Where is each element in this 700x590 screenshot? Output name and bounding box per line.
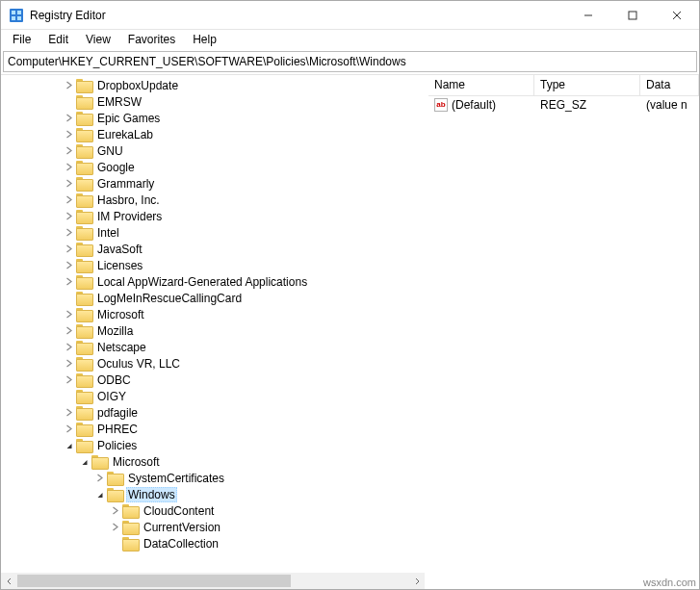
chevron-right-icon[interactable] [63,194,74,206]
tree-item[interactable]: ODBC [1,372,425,388]
tree-hscrollbar[interactable] [1,573,425,589]
scroll-thumb[interactable] [17,575,291,587]
scroll-right-icon[interactable] [408,573,425,589]
menu-help[interactable]: Help [185,32,224,47]
chevron-right-icon[interactable] [63,407,74,419]
tree-item[interactable]: Hasbro, Inc. [1,192,425,208]
tree-item[interactable]: Epic Games [1,110,425,126]
tree-item[interactable]: Netscape [1,339,425,355]
chevron-right-icon[interactable] [63,178,74,190]
folder-icon [76,79,91,91]
chevron-down-icon[interactable] [93,489,105,500]
tree-item[interactable]: OIGY [1,388,425,404]
tree-label: SystemCertificates [126,472,226,485]
scroll-left-icon[interactable] [1,573,17,589]
chevron-right-icon[interactable] [63,260,74,271]
folder-icon [76,308,91,321]
address-bar[interactable]: Computer\HKEY_CURRENT_USER\SOFTWARE\Poli… [3,51,697,72]
maximize-button[interactable] [610,1,655,30]
chevron-right-icon[interactable] [63,309,74,321]
col-name[interactable]: Name [428,75,534,95]
tree-item[interactable]: Mozilla [1,322,425,339]
list-row[interactable]: ab(Default)REG_SZ(value n [428,96,699,114]
chevron-right-icon[interactable] [63,145,74,157]
chevron-right-icon[interactable] [109,522,120,533]
tree-item[interactable]: Grammarly [1,175,425,192]
col-data[interactable]: Data [640,75,699,95]
minimize-button[interactable] [566,1,610,30]
chevron-right-icon[interactable] [63,423,74,435]
folder-icon [76,341,91,353]
menu-file[interactable]: File [5,32,39,47]
tree-item[interactable]: Oculus VR, LLC [1,355,425,372]
tree-item[interactable]: JavaSoft [1,241,425,257]
chevron-right-icon[interactable] [63,129,74,141]
tree-item[interactable]: LogMeInRescueCallingCard [1,290,425,306]
tree-item[interactable]: pdfagile [1,404,425,421]
tree-label: Oculus VR, LLC [95,357,182,371]
tree-item[interactable]: PHREC [1,421,425,437]
chevron-right-icon[interactable] [63,244,74,255]
chevron-right-icon[interactable] [63,325,74,337]
tree-item[interactable]: Windows [1,486,425,502]
folder-icon [76,144,91,157]
list-header: Name Type Data [428,75,699,96]
value-name: (Default) [452,98,496,112]
chevron-right-icon[interactable] [93,473,105,484]
tree-item[interactable]: Intel [1,224,425,241]
menubar: File Edit View Favorites Help [1,30,699,49]
tree-item[interactable]: EMRSW [1,93,425,110]
registry-tree[interactable]: DropboxUpdateEMRSWEpic GamesEurekaLabGNU… [1,75,425,552]
tree-label: PHREC [95,423,140,436]
regedit-icon [9,8,24,23]
tree-item[interactable]: EurekaLab [1,126,425,142]
col-type[interactable]: Type [534,75,640,95]
tree-label: EurekaLab [95,128,155,141]
chevron-right-icon[interactable] [63,276,74,288]
folder-icon [76,95,91,108]
chevron-down-icon[interactable] [63,440,74,451]
menu-favorites[interactable]: Favorites [120,32,183,47]
tree-label: OIGY [95,390,128,403]
chevron-right-icon[interactable] [63,342,74,353]
chevron-down-icon[interactable] [78,456,90,468]
chevron-right-icon[interactable] [109,505,120,517]
menu-edit[interactable]: Edit [40,32,76,47]
chevron-right-icon[interactable] [63,80,74,91]
folder-icon [122,537,138,550]
menu-view[interactable]: View [78,32,118,47]
titlebar[interactable]: Registry Editor [1,1,699,30]
tree-item[interactable]: IM Providers [1,208,425,224]
tree-item[interactable]: Google [1,159,425,175]
tree-item[interactable]: SystemCertificates [1,470,425,486]
chevron-right-icon[interactable] [63,227,74,239]
tree-item[interactable]: Licenses [1,257,425,273]
folder-icon [76,439,91,451]
close-button[interactable] [655,1,699,30]
tree-item[interactable]: CloudContent [1,502,425,519]
tree-label: Intel [95,226,121,240]
tree-label: Policies [95,439,139,452]
tree-item[interactable]: DropboxUpdate [1,77,425,93]
folder-icon [76,259,91,271]
tree-item[interactable]: Microsoft [1,306,425,322]
chevron-right-icon[interactable] [63,162,74,173]
folder-icon [91,455,107,468]
svg-rect-1 [12,11,15,14]
chevron-right-icon[interactable] [63,211,74,222]
tree-item[interactable]: GNU [1,142,425,159]
chevron-right-icon[interactable] [63,358,74,370]
tree-item[interactable]: CurrentVersion [1,519,425,535]
list-body[interactable]: ab(Default)REG_SZ(value n [428,96,699,589]
tree-label: Microsoft [111,455,162,469]
tree-item[interactable]: DataCollection [1,535,425,552]
tree-item[interactable]: Microsoft [1,453,425,470]
tree-label: Local AppWizard-Generated Applications [95,275,309,289]
tree-item[interactable]: Local AppWizard-Generated Applications [1,273,425,290]
folder-icon [76,226,91,239]
chevron-right-icon[interactable] [63,113,74,124]
tree-label: DropboxUpdate [95,79,180,92]
chevron-right-icon[interactable] [63,374,74,386]
tree-item[interactable]: Policies [1,437,425,453]
folder-icon [76,423,91,435]
